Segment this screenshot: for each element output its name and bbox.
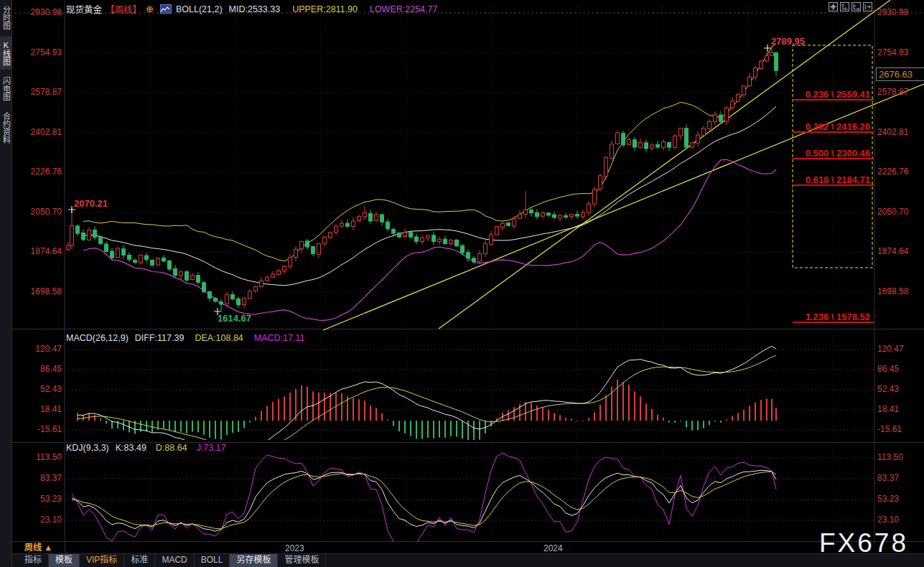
crosshair-icon[interactable] — [829, 2, 838, 11]
boll-mid-value: MID:2533.33 — [229, 4, 281, 14]
macd-header: MACD(26,12,9) DIFF:117.39 DEA:108.84 MAC… — [66, 333, 304, 343]
price-axis-right-label: 2226.76 — [877, 167, 908, 177]
price-axis-right-label: 2930.98 — [877, 7, 908, 17]
price-axis-left-label: 23.10 — [12, 515, 62, 525]
kdj-title: KDJ(9,3,3) — [66, 443, 109, 453]
toolbar-tab-0[interactable]: 指标 — [18, 554, 49, 567]
sidebar-item-3[interactable]: 合约资料 — [0, 108, 12, 148]
price-axis-left-label: 120.47 — [12, 344, 62, 354]
price-axis-left-label: 83.37 — [12, 473, 62, 483]
price-axis-left-label: 113.50 — [12, 452, 62, 462]
fib-level-label: 0.500 \ 2300.46 — [793, 149, 874, 159]
price-axis-left-label: 86.45 — [12, 364, 62, 374]
period-tag: 【周线】 — [106, 2, 141, 16]
x-axis-scale-icon[interactable] — [851, 2, 861, 11]
price-axis-left-label: 2402.81 — [12, 127, 62, 137]
price-axis-right-label: 83.37 — [877, 473, 899, 483]
price-axis-right-label: 2754.93 — [877, 47, 908, 57]
price-axis-left-label: 2226.76 — [12, 167, 62, 177]
toolbar-tab-3[interactable]: 标准 — [124, 554, 155, 567]
price-axis-right-label: 2050.70 — [877, 207, 908, 217]
chart-type-sidebar: 分时图K线图闪电图合约资料 — [0, 0, 12, 567]
price-axis-right-label: 18.41 — [877, 404, 899, 414]
toolbar-tab-2[interactable]: VIP指标 — [80, 554, 124, 567]
macd-dea-value: DEA:108.84 — [195, 333, 243, 343]
macd-hist-value: MACD:17.11 — [254, 333, 305, 343]
toolbar-tab-6[interactable]: 另存模板 — [230, 554, 278, 567]
period-selector[interactable]: 周线 ▲ — [12, 542, 65, 553]
price-axis-left-label: 52.43 — [12, 384, 62, 394]
year-label-2024: 2024 — [543, 543, 563, 553]
fib-level-label: 0.382 \ 2416.20 — [793, 122, 874, 133]
export-icon[interactable] — [863, 2, 872, 11]
kdj-header: KDJ(9,3,3) K:83.49 D:88.64 J:73.17 — [66, 443, 226, 453]
price-axis-left-label: 1874.64 — [12, 246, 62, 256]
sidebar-item-0[interactable]: 分时图 — [0, 1, 12, 34]
peak-annotation: 2789.95 — [771, 36, 805, 47]
price-axis-right-label: 1698.58 — [877, 286, 908, 296]
boll-upper-value: UPPER:2811.90 — [292, 4, 358, 14]
toolbar-tab-7[interactable]: 管理模板 — [278, 554, 326, 567]
low-annotation: 1614.67 — [218, 313, 251, 324]
fib-level-label: 0.618 \ 2184.71 — [793, 175, 874, 186]
kdj-k-value: K:83.49 — [116, 443, 146, 453]
boll-indicator-label: BOLL(21,2) — [176, 4, 223, 14]
macd-title: MACD(26,12,9) — [66, 333, 129, 343]
price-axis-right-label: 113.50 — [877, 452, 903, 462]
price-axis-right-label: -15.61 — [877, 424, 902, 434]
price-axis-right-label: 1874.64 — [877, 246, 908, 256]
price-axis-left-label: -15.61 — [12, 424, 62, 434]
price-axis-left-label: 18.41 — [12, 404, 62, 414]
price-axis-left-label: 2754.93 — [12, 47, 62, 57]
symbol-name: 现货黄金 — [66, 2, 102, 16]
boll-lower-value: LOWER:2254.77 — [370, 4, 438, 14]
price-axis-left-label: 2930.98 — [12, 7, 62, 17]
fx678-watermark: FX678 — [819, 528, 908, 558]
fib-level-label: 1.236 \ 1578.52 — [793, 312, 874, 323]
mini-chart-icon — [160, 4, 172, 14]
fib-level-label: 0.236 \ 2559.41 — [793, 90, 874, 100]
bottom-toolbar: 指标模板VIP指标标准MACDBOLL另存模板管理模板 — [12, 553, 924, 567]
price-axis-right-label: 53.23 — [877, 494, 899, 504]
main-chart-canvas[interactable] — [0, 0, 924, 567]
chart-window: 分时图K线图闪电图合约资料 现货黄金 【周线】 ⊕ BOLL(21,2) MID… — [0, 0, 924, 567]
price-axis-right-label: 86.45 — [877, 364, 899, 374]
chart-tools — [829, 2, 872, 11]
sidebar-item-1[interactable]: K线图 — [0, 37, 12, 70]
toolbar-tab-4[interactable]: MACD — [155, 554, 194, 567]
price-axis-right-label: 2402.81 — [877, 127, 908, 137]
add-indicator-icon[interactable]: ⊕ — [146, 4, 154, 14]
price-axis-right-label: 2578.87 — [877, 87, 908, 97]
macd-diff-value: DIFF:117.39 — [135, 333, 185, 343]
price-axis-left-label: 53.23 — [12, 494, 62, 504]
current-price-box: 2676.63 — [876, 67, 924, 81]
price-axis-right-label: 120.47 — [877, 344, 904, 354]
price-axis-right-label: 52.43 — [877, 384, 899, 394]
main-chart-header: 现货黄金 【周线】 ⊕ BOLL(21,2) MID:2533.33 UPPER… — [66, 2, 437, 16]
kdj-d-value: D:88.64 — [156, 443, 187, 453]
price-axis-right-label: 23.10 — [877, 515, 899, 525]
price-axis-left-label: 2578.87 — [12, 87, 62, 97]
kdj-j-value: J:73.17 — [197, 443, 226, 453]
price-axis-left-label: 1698.58 — [12, 286, 62, 296]
year-label-2023: 2023 — [285, 543, 304, 553]
early-high-annotation: 2070.21 — [74, 198, 108, 209]
sidebar-item-2[interactable]: 闪电图 — [0, 72, 12, 105]
toolbar-tab-5[interactable]: BOLL — [195, 554, 230, 567]
y-axis-scale-icon[interactable] — [840, 2, 849, 11]
toolbar-tab-1[interactable]: 模板 — [49, 554, 80, 567]
price-axis-left-label: 2050.70 — [12, 207, 62, 217]
